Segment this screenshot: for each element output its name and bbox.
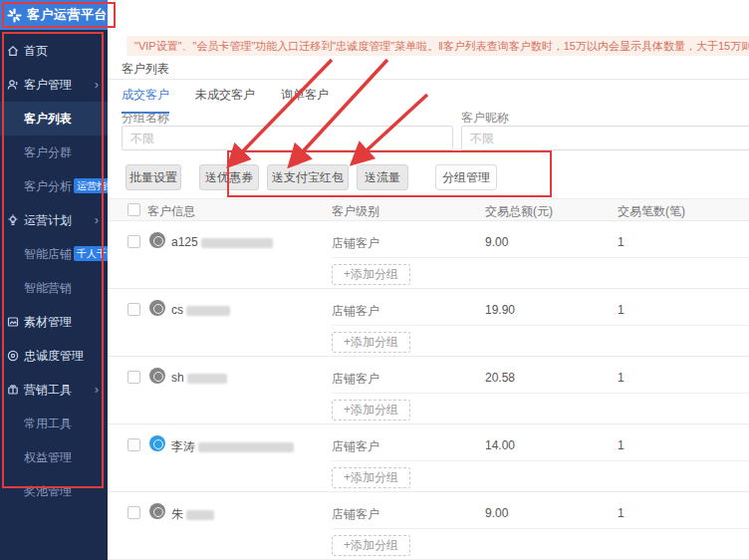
masked-text (187, 374, 227, 384)
transaction-amount: 9.00 (485, 235, 508, 249)
masked-text (201, 238, 273, 248)
platform-logo-icon (7, 8, 22, 23)
col-transaction-count: 交易笔数(笔) (618, 203, 685, 220)
sidebar-item-customer-management[interactable]: 客户管理 (0, 68, 108, 102)
customer-level: 店铺客户 (332, 371, 379, 388)
batch-settings-button[interactable]: 批量设置 (125, 164, 181, 190)
app-title: 客户运营平台 (27, 6, 108, 24)
table-row: sh 店铺客户 20.58 1 +添加分组 (108, 357, 749, 424)
add-group-button[interactable]: +添加分组 (332, 467, 410, 488)
sidebar: 首页 客户管理 客户列表 客户分群 客户分析 运营指数 运营计划 智能店铺 千人… (0, 30, 108, 560)
nickname-label: 客户昵称 (461, 110, 509, 127)
customer-name: 朱 (171, 506, 214, 523)
sidebar-item-customer-segments[interactable]: 客户分群 (0, 136, 108, 169)
transaction-amount: 19.90 (485, 303, 515, 317)
col-customer-level: 客户级别 (332, 203, 379, 220)
masked-text (198, 442, 294, 452)
customer-level: 店铺客户 (332, 235, 379, 252)
transaction-count: 1 (618, 235, 624, 249)
tab-inquiry-customers[interactable]: 询单客户 (281, 87, 329, 114)
transaction-count: 1 (618, 506, 624, 520)
sidebar-item-prizepool-management[interactable]: 奖池管理 (0, 474, 108, 508)
row-checkbox[interactable] (127, 438, 140, 451)
customer-avatar (149, 232, 165, 248)
table-row: a125 店铺客户 9.00 1 +添加分组 (108, 221, 749, 289)
page-title: 客户列表 (122, 61, 169, 78)
app-logo-bar: 客户运营平台 (0, 0, 113, 30)
sidebar-item-smart-marketing[interactable]: 智能营销 (0, 271, 108, 305)
nickname-input[interactable] (461, 126, 749, 150)
masked-text (186, 510, 214, 520)
add-group-button[interactable]: +添加分组 (332, 400, 410, 420)
col-transaction-amount: 交易总额(元) (485, 203, 553, 220)
sidebar-item-smart-store[interactable]: 智能店铺 千人千面 (0, 237, 108, 271)
add-group-button[interactable]: +添加分组 (332, 535, 410, 556)
select-all-checkbox[interactable] (127, 203, 140, 216)
transaction-amount: 14.00 (485, 438, 515, 452)
sidebar-item-common-tools[interactable]: 常用工具 (0, 407, 108, 440)
customer-level: 店铺客户 (332, 438, 379, 455)
row-divider (332, 257, 749, 258)
table-row: 李涛 店铺客户 14.00 1 +添加分组 (108, 424, 749, 492)
sidebar-item-home[interactable]: 首页 (0, 34, 108, 68)
material-icon (7, 316, 19, 328)
col-customer-info: 客户信息 (147, 203, 195, 220)
transaction-count: 1 (618, 303, 624, 317)
transaction-amount: 20.58 (485, 371, 515, 385)
tab-nondeal-customers[interactable]: 未成交客户 (195, 87, 255, 114)
group-management-button[interactable]: 分组管理 (435, 164, 497, 190)
transaction-count: 1 (618, 438, 624, 452)
tools-icon (7, 384, 19, 396)
customer-avatar (149, 435, 165, 451)
group-name-label: 分组名称 (122, 110, 169, 127)
title-divider (108, 79, 749, 80)
sidebar-item-operation-plan[interactable]: 运营计划 (0, 203, 108, 237)
customer-avatar (149, 368, 165, 384)
customer-avatar (149, 300, 165, 316)
table-row: cs 店铺客户 19.90 1 +添加分组 (108, 289, 749, 357)
main-content: "VIP设置"、"会员卡管理"功能入口迁移到"忠诚度管理"菜单啦。‖客户列表查询… (108, 0, 749, 560)
sidebar-item-material-management[interactable]: 素材管理 (0, 305, 108, 339)
customer-table-body: a125 店铺客户 9.00 1 +添加分组 cs 店铺客户 19.90 1 +… (108, 221, 749, 560)
send-coupon-button[interactable]: 送优惠券 (199, 164, 259, 190)
customer-avatar (149, 503, 165, 519)
row-divider (332, 325, 749, 326)
sidebar-item-customer-analysis[interactable]: 客户分析 运营指数 (0, 169, 108, 203)
customer-name: 李涛 (171, 438, 294, 455)
sidebar-item-marketing-tools[interactable]: 营销工具 (0, 373, 108, 407)
send-traffic-button[interactable]: 送流量 (357, 164, 408, 190)
home-icon (7, 45, 19, 57)
add-group-button[interactable]: +添加分组 (332, 264, 410, 285)
row-divider (332, 460, 749, 461)
customer-name: a125 (171, 235, 273, 249)
customer-name: sh (171, 371, 227, 385)
send-alipay-redpacket-button[interactable]: 送支付宝红包 (267, 164, 349, 190)
notice-bar: "VIP设置"、"会员卡管理"功能入口迁移到"忠诚度管理"菜单啦。‖客户列表查询… (126, 36, 749, 56)
loyalty-icon (7, 350, 19, 362)
table-row: 朱 店铺客户 9.00 1 +添加分组 (108, 492, 749, 560)
customer-name: cs (171, 303, 230, 317)
customers-icon (7, 79, 19, 91)
row-checkbox[interactable] (127, 303, 140, 316)
row-checkbox[interactable] (127, 235, 140, 248)
table-header: 客户信息 客户级别 交易总额(元) 交易笔数(笔) (108, 198, 749, 221)
sidebar-item-customer-list[interactable]: 客户列表 (0, 102, 108, 136)
masked-text (186, 306, 230, 316)
row-divider (332, 393, 749, 394)
group-name-input[interactable] (122, 126, 453, 150)
sidebar-item-rights-management[interactable]: 权益管理 (0, 440, 108, 474)
row-checkbox[interactable] (127, 506, 140, 519)
transaction-amount: 9.00 (485, 506, 508, 520)
sidebar-item-loyalty-management[interactable]: 忠诚度管理 (0, 339, 108, 373)
plan-icon (7, 214, 19, 226)
row-checkbox[interactable] (127, 371, 140, 384)
customer-level: 店铺客户 (332, 303, 379, 320)
add-group-button[interactable]: +添加分组 (332, 332, 410, 353)
customer-operations-platform: { "brand": { "title": "客户运营平台" }, "color… (0, 0, 749, 560)
row-divider (332, 528, 749, 529)
customer-level: 店铺客户 (332, 506, 379, 523)
transaction-count: 1 (618, 371, 624, 385)
